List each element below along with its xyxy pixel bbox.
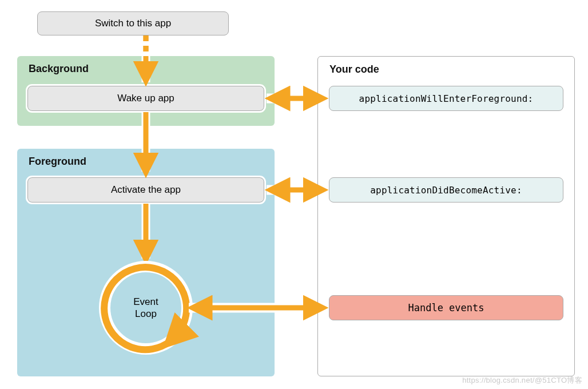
delegate-active-label: applicationDidBecomeActive: bbox=[370, 185, 522, 196]
foreground-title: Foreground bbox=[29, 156, 86, 168]
wake-label: Wake up app bbox=[117, 93, 174, 104]
wake-node: Wake up app bbox=[27, 86, 264, 111]
delegate-active-node: applicationDidBecomeActive: bbox=[329, 177, 563, 203]
event-loop-label: Event Loop bbox=[114, 296, 177, 320]
activate-label: Activate the app bbox=[111, 184, 181, 196]
delegate-enter-fg-label: applicationWillEnterForeground: bbox=[359, 93, 534, 104]
your-code-title: Your code bbox=[329, 63, 379, 76]
handle-events-label: Handle events bbox=[408, 302, 484, 313]
switch-node: Switch to this app bbox=[37, 11, 229, 35]
watermark: https://blog.csdn.net/@51CTO博客 bbox=[462, 375, 582, 386]
switch-label: Switch to this app bbox=[95, 18, 171, 29]
background-title: Background bbox=[29, 63, 89, 75]
delegate-enter-fg-node: applicationWillEnterForeground: bbox=[329, 86, 563, 111]
handle-events-node: Handle events bbox=[329, 295, 563, 320]
activate-node: Activate the app bbox=[27, 177, 264, 203]
